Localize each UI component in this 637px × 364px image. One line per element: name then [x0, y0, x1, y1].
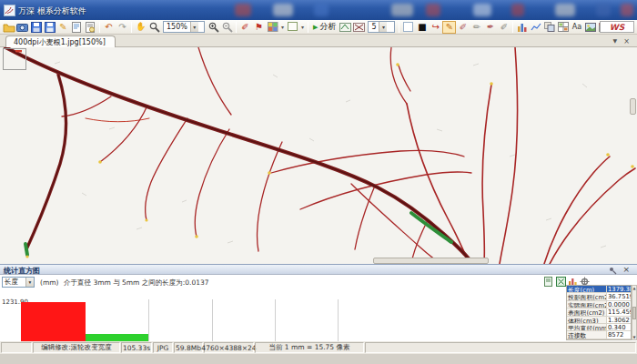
titlebar-blur-decoration [391, 4, 413, 16]
toolbar-separator [399, 22, 399, 33]
root-trace-overlay [0, 47, 637, 264]
tab-active-image[interactable]: 400dpi小麦根1.jpg[150%] [5, 35, 116, 47]
fill-color-icon[interactable] [286, 21, 299, 34]
histogram-bar-0.5-1[interactable] [86, 334, 148, 341]
titlebar-blur-decoration [314, 4, 329, 16]
bin-info-text: 介于直径 3mm 与 5mm 之间的长度为:0.0137 [64, 278, 209, 288]
status-cell-edit-hint: 编辑修改:滚轮改变宽度 [33, 342, 120, 353]
redo-trace-icon[interactable]: ↪ [429, 21, 442, 34]
vertical-scrollbar-thumb[interactable] [630, 98, 636, 115]
chevron-down-icon[interactable]: ▾ [379, 22, 387, 32]
title-bar: 万深 根系分析软件 [0, 0, 637, 20]
zoom-level-combobox[interactable]: 150% ▾ [163, 21, 205, 33]
status-cell-scale: 当前 1 mm = 15.75 像素 [255, 342, 364, 353]
table-row[interactable]: 长度(cm) 1379.383 [567, 286, 631, 293]
table-scrollbar-thumb[interactable] [632, 307, 636, 319]
text-label-icon[interactable]: Aa [570, 21, 583, 34]
status-cell-format: JPG [153, 342, 173, 353]
table-row[interactable]: 实际面积(cm2) 0.0000 [567, 301, 631, 308]
gridline [148, 299, 149, 341]
zoom-out-icon[interactable] [220, 21, 234, 34]
edit-pencil-icon[interactable]: ✎ [56, 21, 70, 34]
parameter-combobox[interactable]: 5 ▾ [368, 21, 395, 33]
chevron-down-icon[interactable]: ▾ [299, 24, 306, 30]
table-row[interactable]: 投影面积(cm2) 36.7519 [567, 293, 631, 300]
background-color-swatch[interactable]: ■ [415, 21, 429, 34]
selection-rectangle[interactable] [3, 48, 26, 70]
redo-icon[interactable]: ↷ [116, 21, 129, 34]
magnifier-icon[interactable] [147, 21, 161, 34]
calibrate-tool-icon[interactable] [339, 21, 352, 34]
gridline [275, 299, 276, 341]
metric-selector-combobox[interactable]: 长度 ▾ [2, 277, 35, 288]
save-as-icon[interactable] [43, 21, 56, 34]
table-row[interactable]: 表面积(cm2) 115.4595 [567, 308, 631, 316]
measure-tool-icon[interactable] [352, 21, 366, 34]
table-row[interactable]: 连接数 8572 [567, 331, 631, 339]
mark-flag-icon[interactable]: ⚑ [252, 21, 266, 34]
draw-pen-icon[interactable]: ✐ [456, 21, 470, 34]
histogram-chart-icon[interactable] [515, 21, 529, 34]
table-row[interactable]: 平均直径(mm) 0.340 [567, 324, 631, 331]
result-value: 8572 [607, 331, 631, 338]
status-cell-filesize: 59.8Mb [174, 342, 203, 353]
tab-close-icon[interactable]: × [623, 37, 630, 46]
result-value: 1379.383 [607, 286, 631, 292]
pin-panel-icon[interactable] [609, 267, 617, 275]
chevron-down-icon[interactable]: ▾ [190, 22, 198, 32]
scroll-down-icon[interactable]: ▼ [632, 335, 635, 339]
horizontal-scrollbar-thumb[interactable] [373, 258, 489, 264]
zoom-level-value: 150% [167, 23, 187, 31]
metric-selector-value: 长度 [5, 278, 18, 287]
batch-process-icon[interactable] [542, 21, 556, 34]
trace-pen-icon[interactable]: ✐ [238, 21, 252, 34]
analysis-results-table: 长度(cm) 1379.383 投影面积(cm2) 36.7519 实际面积(c… [566, 285, 632, 340]
ink-pen-icon[interactable]: ✒ [483, 21, 497, 34]
status-cell-empty [365, 342, 636, 353]
chevron-down-icon[interactable]: ▾ [279, 24, 286, 30]
root-image-canvas[interactable] [0, 47, 637, 264]
grid-view-icon[interactable] [556, 21, 570, 34]
zoom-in-icon[interactable] [207, 21, 220, 34]
report-document-icon[interactable] [84, 21, 97, 34]
result-label: 表面积(cm2) [567, 308, 607, 315]
export-report-icon[interactable] [544, 277, 554, 287]
result-value: 0.340 [607, 324, 631, 330]
vendor-logo-text: WS [610, 23, 624, 32]
connect-pen-icon[interactable]: ✐ [497, 21, 511, 34]
undo-icon[interactable]: ↶ [102, 21, 116, 34]
toolbar-separator [99, 22, 100, 33]
image-overlay-icon[interactable] [583, 21, 597, 34]
close-panel-icon[interactable]: × [622, 265, 630, 274]
result-value: 115.4595 [607, 308, 631, 315]
active-edit-pen-icon[interactable]: ✎ [442, 21, 456, 34]
palette-icon[interactable] [266, 21, 279, 34]
gridline [338, 299, 339, 341]
histogram-bar-0-0.5[interactable] [21, 302, 86, 341]
result-value: 1.3062 [607, 317, 631, 323]
erase-pen-icon[interactable]: ✏ [470, 21, 483, 34]
pan-hand-icon[interactable]: ✋ [134, 21, 147, 34]
statistics-icon[interactable] [529, 21, 542, 34]
open-image-icon[interactable] [2, 21, 15, 34]
analyze-button[interactable]: ▶ 分析 [310, 21, 339, 34]
scroll-up-icon[interactable]: ▲ [632, 286, 635, 290]
tab-list-dropdown-icon[interactable]: ▼ [612, 37, 617, 44]
table-scrollbar[interactable]: ▲ ▼ [632, 285, 637, 340]
save-icon[interactable] [29, 21, 43, 34]
export-excel-icon[interactable] [556, 277, 566, 287]
gridline [212, 299, 213, 341]
titlebar-blur-decoration [426, 4, 440, 16]
foreground-color-swatch[interactable] [401, 21, 415, 34]
chevron-down-icon: ▾ [25, 278, 34, 287]
result-label: 平均直径(mm) [567, 324, 607, 330]
app-icon [4, 5, 15, 16]
result-label: 体积(cm3) [567, 317, 607, 323]
titlebar-blur-decoration [596, 4, 611, 16]
table-row[interactable]: 体积(cm3) 1.3062 [567, 317, 631, 324]
histogram-panel-body: 长度 ▾ (mm) 介于直径 3mm 与 5mm 之间的长度为:0.0137 1… [0, 275, 637, 341]
metric-unit-label: (mm) [40, 278, 58, 287]
toolbar-separator [236, 22, 237, 33]
export-document-icon[interactable] [70, 21, 84, 34]
acquire-camera-icon[interactable] [15, 21, 29, 34]
